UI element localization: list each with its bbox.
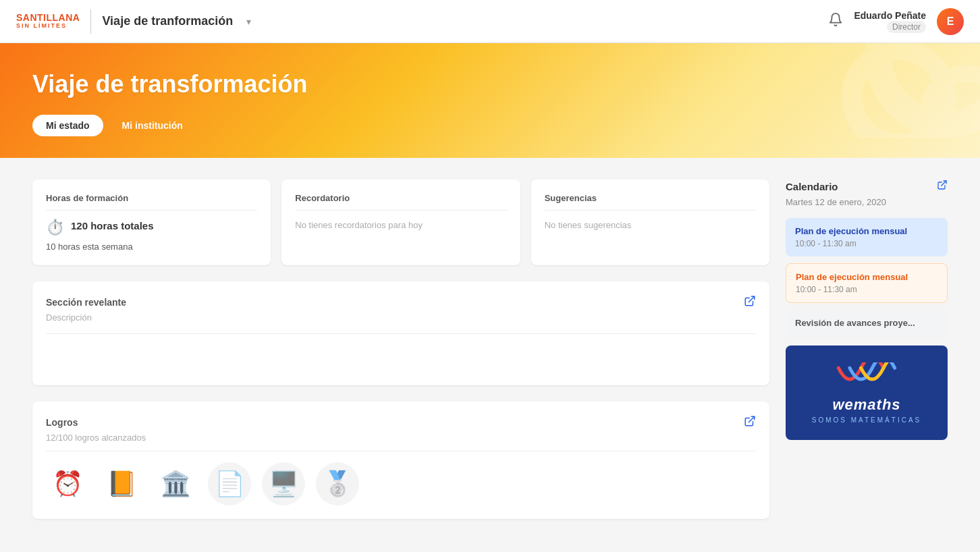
chevron-down-icon[interactable]: ▾ bbox=[246, 16, 251, 27]
brand-logo: SANTILLANA SIN LÍMITES bbox=[16, 13, 80, 30]
content-left: Horas de formación ⏱️ 120 horas totales … bbox=[32, 180, 769, 519]
tab-mi-institucion[interactable]: Mi institución bbox=[109, 115, 196, 136]
event-title-3: Revisión de avances proye... bbox=[795, 318, 938, 328]
seccion-description: Descripción bbox=[46, 312, 756, 334]
logro-icon-5: 🖥️ bbox=[262, 462, 305, 505]
clock-icon: ⏱️ bbox=[46, 219, 64, 236]
recordatorio-title: Recordatorio bbox=[295, 193, 506, 211]
logros-card: Logros 12/100 logros alcanzados ⏰ 📙 🏛️ 📄… bbox=[32, 402, 769, 519]
seccion-external-link[interactable] bbox=[744, 295, 756, 310]
svg-line-3 bbox=[749, 296, 755, 302]
logro-icon-3: 🏛️ bbox=[154, 462, 197, 505]
user-info: Eduardo Peñate Director bbox=[854, 10, 926, 33]
hero-tabs: Mi estado Mi institución bbox=[32, 115, 948, 136]
seccion-card: Sección revelante Descripción bbox=[32, 281, 769, 385]
seccion-title: Sección revelante bbox=[46, 297, 126, 308]
horas-total: 120 horas totales bbox=[71, 220, 154, 231]
seccion-header: Sección revelante bbox=[46, 295, 756, 310]
navbar-right: Eduardo Peñate Director E bbox=[828, 8, 964, 35]
calendar-external-link[interactable] bbox=[937, 180, 948, 193]
logros-title: Logros bbox=[46, 417, 78, 428]
avatar[interactable]: E bbox=[937, 8, 964, 35]
logros-count: 12/100 logros alcanzados bbox=[46, 433, 756, 451]
hero-title: Viaje de transformación bbox=[32, 70, 948, 99]
horas-title: Horas de formación bbox=[46, 193, 257, 211]
sugerencias-empty: No tienes sugerencias bbox=[545, 219, 756, 232]
hero-banner: Viaje de transformación Mi estado Mi ins… bbox=[0, 43, 980, 158]
calendar-date: Martes 12 de enero, 2020 bbox=[786, 197, 948, 207]
event-card-2[interactable]: Plan de ejecución mensual 10:00 - 11:30 … bbox=[786, 263, 948, 303]
horas-week: 10 horas esta semana bbox=[46, 242, 257, 252]
logros-header: Logros bbox=[46, 415, 756, 430]
event-card-1[interactable]: Plan de ejecución mensual 10:00 - 11:30 … bbox=[786, 218, 948, 256]
wemaths-curves-icon bbox=[833, 362, 900, 396]
event-title-1: Plan de ejecución mensual bbox=[795, 226, 938, 236]
logro-icon-1: ⏰ bbox=[46, 462, 89, 505]
user-role: Director bbox=[887, 21, 926, 33]
event-card-3[interactable]: Revisión de avances proye... bbox=[786, 310, 948, 339]
wemaths-tagline: SOMOS MATEMÁTICAS bbox=[812, 416, 922, 424]
wemaths-name: wemaths bbox=[832, 396, 900, 414]
svg-line-4 bbox=[749, 416, 755, 422]
user-name: Eduardo Peñate bbox=[854, 10, 926, 21]
logro-icon-6: 🥈 bbox=[316, 462, 359, 505]
navbar-left: SANTILLANA SIN LÍMITES Viaje de tranform… bbox=[16, 9, 251, 34]
horas-clock-row: ⏱️ 120 horas totales bbox=[46, 219, 257, 236]
cards-row: Horas de formación ⏱️ 120 horas totales … bbox=[32, 180, 769, 265]
recordatorio-empty: No tienes recordatorios para hoy bbox=[295, 219, 506, 232]
calendar-header: Calendario bbox=[786, 180, 948, 193]
logros-external-link[interactable] bbox=[744, 415, 756, 430]
event-title-2: Plan de ejecución mensual bbox=[796, 272, 937, 282]
bell-icon[interactable] bbox=[828, 12, 843, 30]
logros-icons-row: ⏰ 📙 🏛️ 📄 🖥️ 🥈 bbox=[46, 462, 756, 505]
brand-name-bottom: SIN LÍMITES bbox=[16, 23, 80, 30]
logro-icon-2: 📙 bbox=[100, 462, 143, 505]
brand-name-top: SANTILLANA bbox=[16, 13, 80, 23]
card-recordatorio: Recordatorio No tienes recordatorios par… bbox=[281, 180, 520, 265]
tab-mi-estado[interactable]: Mi estado bbox=[32, 115, 103, 136]
main-content: Horas de formación ⏱️ 120 horas totales … bbox=[0, 158, 980, 541]
sugerencias-title: Sugerencias bbox=[545, 193, 756, 211]
svg-line-5 bbox=[942, 181, 946, 186]
card-sugerencias: Sugerencias No tienes sugerencias bbox=[531, 180, 769, 265]
navbar: SANTILLANA SIN LÍMITES Viaje de tranform… bbox=[0, 0, 980, 43]
nav-title: Viaje de tranformación bbox=[102, 14, 233, 28]
navbar-divider bbox=[90, 9, 91, 34]
seccion-placeholder bbox=[46, 345, 756, 372]
event-time-2: 10:00 - 11:30 am bbox=[796, 285, 937, 294]
event-time-1: 10:00 - 11:30 am bbox=[795, 239, 938, 248]
wemaths-banner[interactable]: wemaths SOMOS MATEMÁTICAS bbox=[786, 346, 948, 440]
logro-icon-4: 📄 bbox=[208, 462, 251, 505]
card-horas: Horas de formación ⏱️ 120 horas totales … bbox=[32, 180, 271, 265]
sidebar-right: Calendario Martes 12 de enero, 2020 Plan… bbox=[786, 180, 948, 519]
calendar-title: Calendario bbox=[786, 181, 838, 192]
